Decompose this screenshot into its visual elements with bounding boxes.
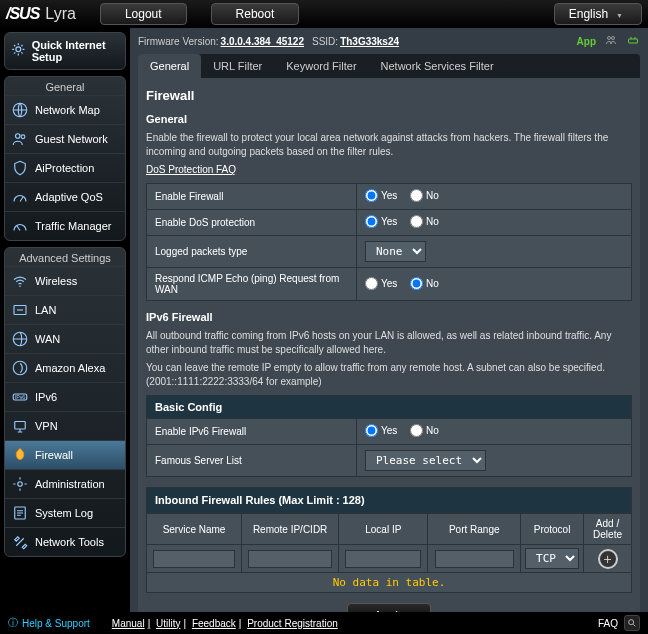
sidebar-advanced: Advanced Settings Wireless LAN WAN Amazo… [4, 247, 126, 557]
row-icmp-echo-label: Respond ICMP Echo (ping) Request from WA… [147, 268, 357, 301]
sidebar-item-firewall[interactable]: Firewall [5, 440, 125, 469]
row-enable-firewall-value: Yes No [357, 184, 632, 210]
globe-icon [11, 101, 29, 119]
vpn-icon [11, 417, 29, 435]
ipv6-desc-2: You can leave the remote IP empty to all… [146, 361, 632, 389]
basic-config-table: Basic Config Enable IPv6 Firewall Yes No… [146, 395, 632, 477]
dos-faq-link[interactable]: DoS Protection FAQ [146, 163, 632, 177]
sidebar-item-label: Network Tools [35, 536, 104, 548]
admin-icon [11, 475, 29, 493]
sidebar-item-qis[interactable]: Quick Internet Setup [4, 32, 126, 70]
sidebar-item-ipv6[interactable]: IPv6IPv6 [5, 382, 125, 411]
log-icon [11, 504, 29, 522]
app-link[interactable]: App [577, 36, 596, 47]
sidebar-item-adaptive-qos[interactable]: Adaptive QoS [5, 182, 125, 211]
sidebar-item-network-map[interactable]: Network Map [5, 95, 125, 124]
sidebar-item-vpn[interactable]: VPN [5, 411, 125, 440]
enable-firewall-yes[interactable]: Yes [365, 189, 397, 202]
svg-point-13 [608, 37, 611, 40]
sidebar-item-label: Wireless [35, 275, 77, 287]
reboot-button[interactable]: Reboot [211, 3, 300, 25]
enable-firewall-no[interactable]: No [410, 189, 439, 202]
sidebar-item-guest-network[interactable]: Guest Network [5, 124, 125, 153]
sidebar-item-label: System Log [35, 507, 93, 519]
tab-url-filter[interactable]: URL Filter [201, 54, 274, 78]
main-content: Firmware Version: 3.0.0.4.384_45122 SSID… [130, 28, 648, 612]
footer-link-feedback[interactable]: Feedback [192, 618, 236, 629]
basic-config-header: Basic Config [147, 396, 632, 419]
tools-icon [11, 533, 29, 551]
panel-firewall: Firewall General Enable the firewall to … [138, 78, 640, 612]
enable-dos-no[interactable]: No [410, 215, 439, 228]
help-support-label: Help & Support [22, 618, 90, 629]
col-local-ip: Local IP [339, 514, 428, 545]
svg-point-2 [16, 134, 21, 139]
sidebar-item-administration[interactable]: Administration [5, 469, 125, 498]
local-ip-input[interactable] [345, 550, 421, 568]
footer: ⓘ Help & Support Manual| Utility| Feedba… [0, 612, 648, 634]
sidebar-item-wan[interactable]: WAN [5, 324, 125, 353]
sidebar-item-aiprotection[interactable]: AiProtection [5, 153, 125, 182]
inbound-rules-header: Inbound Firewall Rules (Max Limit : 128) [146, 487, 632, 513]
sidebar-item-label: Amazon Alexa [35, 362, 105, 374]
faq-label: FAQ [598, 618, 618, 629]
footer-link-utility[interactable]: Utility [156, 618, 180, 629]
svg-point-14 [612, 37, 615, 40]
protocol-select[interactable]: TCP [525, 548, 579, 569]
section-title-general: General [146, 113, 632, 125]
ssid-label: SSID: [312, 36, 338, 47]
apply-button[interactable]: Apply [347, 603, 431, 612]
sidebar-item-label: Administration [35, 478, 105, 490]
ssid-link[interactable]: Th3G33ks24 [340, 36, 399, 47]
footer-links: Manual| Utility| Feedback| Product Regis… [112, 618, 338, 629]
firmware-label: Firmware Version: [138, 36, 219, 47]
sidebar-item-system-log[interactable]: System Log [5, 498, 125, 527]
enable-dos-yes[interactable]: Yes [365, 215, 397, 228]
no-data-message: No data in table. [147, 573, 632, 593]
footer-link-manual[interactable]: Manual [112, 618, 145, 629]
info-bar: Firmware Version: 3.0.0.4.384_45122 SSID… [138, 34, 640, 48]
svg-point-3 [21, 135, 25, 139]
language-select[interactable]: English [554, 3, 642, 25]
ipv6-firewall-yes[interactable]: Yes [365, 424, 397, 437]
clients-icon[interactable] [604, 34, 618, 48]
row-logged-packets-label: Logged packets type [147, 236, 357, 268]
row-icmp-echo-value: Yes No [357, 268, 632, 301]
row-enable-firewall-label: Enable Firewall [147, 184, 357, 210]
sidebar-item-amazon-alexa[interactable]: Amazon Alexa [5, 353, 125, 382]
sidebar-item-traffic-manager[interactable]: Traffic Manager [5, 211, 125, 240]
port-range-input[interactable] [435, 550, 514, 568]
tab-keyword-filter[interactable]: Keyword Filter [274, 54, 368, 78]
section-title-ipv6: IPv6 Firewall [146, 311, 632, 323]
sidebar-item-label: Network Map [35, 104, 100, 116]
col-remote-ip: Remote IP/CIDR [242, 514, 339, 545]
gauge-icon [11, 188, 29, 206]
icmp-echo-no[interactable]: No [410, 277, 439, 290]
row-enable-dos-value: Yes No [357, 210, 632, 236]
svg-rect-10 [15, 422, 26, 430]
ipv6-firewall-no[interactable]: No [410, 424, 439, 437]
logout-button[interactable]: Logout [100, 3, 187, 25]
tab-general[interactable]: General [138, 54, 201, 78]
svg-point-16 [629, 620, 634, 625]
tab-network-services-filter[interactable]: Network Services Filter [369, 54, 506, 78]
sidebar: Quick Internet Setup General Network Map… [0, 28, 130, 612]
sidebar-item-lan[interactable]: LAN [5, 295, 125, 324]
lan-icon [11, 301, 29, 319]
icmp-echo-yes[interactable]: Yes [365, 277, 397, 290]
router-status-icon[interactable] [626, 34, 640, 48]
sidebar-item-wireless[interactable]: Wireless [5, 266, 125, 295]
info-icon: ⓘ [8, 616, 18, 630]
col-add-delete: Add / Delete [584, 514, 632, 545]
service-name-input[interactable] [153, 550, 235, 568]
remote-ip-input[interactable] [248, 550, 332, 568]
logged-packets-select[interactable]: None [365, 241, 426, 262]
firmware-version-link[interactable]: 3.0.0.4.384_45122 [221, 36, 304, 47]
add-rule-button[interactable]: + [598, 549, 618, 569]
search-button[interactable] [624, 615, 640, 631]
section-title-general: General [5, 77, 125, 95]
famous-server-select[interactable]: Please select [365, 450, 486, 471]
footer-link-product-registration[interactable]: Product Registration [247, 618, 338, 629]
row-enable-dos-label: Enable DoS protection [147, 210, 357, 236]
sidebar-item-network-tools[interactable]: Network Tools [5, 527, 125, 556]
